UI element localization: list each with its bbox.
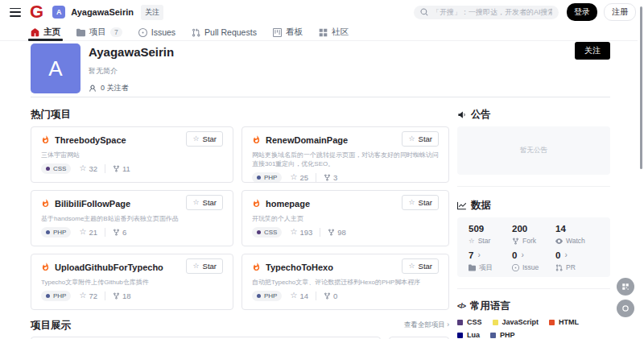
star-icon: ☆ (79, 291, 86, 300)
qr-icon (621, 283, 630, 291)
fork-icon (328, 229, 335, 236)
fork-count[interactable]: 3 (316, 173, 337, 182)
star-count[interactable]: ☆21 (79, 228, 97, 237)
project-name[interactable]: homepage (266, 197, 397, 209)
star-button[interactable]: ☆Star (402, 258, 439, 274)
language-dot (46, 294, 50, 298)
user-avatar-small[interactable]: A (52, 6, 65, 19)
language-dot (46, 167, 50, 171)
profile-bio: 暂无简介 (89, 66, 610, 76)
gitee-logo[interactable]: G (30, 2, 43, 23)
project-card: RenewDomainPage ☆Star 网站更换域名后的一个跳转提示页面，对… (242, 126, 449, 183)
project-name[interactable]: TypechoToHexo (266, 261, 397, 273)
topbar-username[interactable]: AyagawaSeirin (71, 7, 134, 17)
language-swatch (457, 333, 463, 338)
search-box[interactable] (414, 6, 559, 19)
scrollbar[interactable] (638, 0, 644, 339)
star-icon: ☆ (469, 237, 475, 245)
projects-count-badge: 7 (110, 27, 122, 37)
star-button[interactable]: ☆Star (186, 258, 223, 274)
star-icon: ☆ (408, 263, 415, 270)
project-name[interactable]: ThreebodySpace (55, 134, 181, 146)
star-icon: ☆ (192, 199, 199, 206)
follow-button[interactable]: 关注 (575, 42, 610, 60)
stat-issues[interactable]: 0› Issue (512, 250, 555, 271)
stat-star: 509 ☆Star (469, 223, 512, 245)
star-icon: ☆ (408, 135, 415, 143)
sidebar-divider (457, 186, 610, 187)
project-name[interactable]: BilibiliFollowPage (55, 197, 181, 209)
chevron-right-icon: › (521, 250, 523, 261)
scrollbar-thumb[interactable] (640, 6, 642, 169)
flame-icon (41, 135, 50, 144)
star-icon: ☆ (79, 228, 86, 236)
tab-community[interactable]: 社区 (319, 24, 349, 40)
project-card: TypechoToHexo ☆Star 自动把Typecho文章、评论数据迁移到… (242, 254, 449, 310)
profile-avatar: A (31, 43, 80, 93)
language-swatch (549, 320, 555, 325)
issue-icon (138, 28, 147, 37)
project-description: 自动把Typecho文章、评论数据迁移到Hexo的PHP脚本程序 (252, 278, 439, 287)
language-item: CSS (457, 318, 482, 327)
menu-icon[interactable] (10, 8, 21, 17)
feedback-fab[interactable] (617, 278, 634, 296)
star-icon: ☆ (290, 228, 297, 236)
project-name[interactable]: RenewDomainPage (266, 134, 397, 146)
fork-count[interactable]: 18 (105, 291, 131, 300)
star-icon: ☆ (192, 135, 199, 143)
flame-icon (252, 199, 261, 208)
followers-row[interactable]: 0 关注者 (89, 83, 610, 93)
chevron-right-icon: › (477, 250, 480, 261)
star-icon: ☆ (290, 173, 297, 181)
folder-icon (469, 264, 476, 271)
fork-count[interactable]: 98 (320, 228, 346, 237)
eye-icon (555, 238, 563, 245)
view-all-projects-link[interactable]: 查看全部项目 › (404, 320, 449, 330)
chevron-right-icon: › (564, 250, 567, 261)
pull-request-icon (192, 28, 200, 37)
login-button[interactable]: 登录 (567, 3, 597, 21)
flame-icon (252, 135, 261, 144)
register-button[interactable]: 注册 (604, 3, 636, 21)
star-count[interactable]: ☆193 (290, 228, 312, 237)
star-button[interactable]: ☆Star (402, 195, 439, 210)
follow-chip[interactable]: 关注 (141, 5, 163, 20)
flame-icon (41, 199, 50, 208)
stat-prs[interactable]: 0› PR (555, 250, 599, 271)
fork-count[interactable]: 6 (105, 228, 126, 237)
search-icon (420, 8, 428, 16)
language-dot (46, 230, 50, 234)
support-fab[interactable] (617, 300, 634, 317)
main-column: 热门项目 ThreebodySpace ☆Star 三体宇宙网站 CSS ☆32… (31, 97, 449, 339)
code-icon: </> (457, 300, 465, 312)
language-pill: PHP (41, 227, 71, 238)
tab-pull-requests[interactable]: Pull Requests (192, 24, 257, 40)
fork-count[interactable]: 0 (316, 291, 337, 300)
stat-projects[interactable]: 7› 项目 (469, 250, 512, 271)
fork-count[interactable]: 11 (105, 164, 130, 173)
home-icon (31, 28, 39, 37)
star-count[interactable]: ☆32 (79, 164, 97, 173)
community-icon (319, 28, 328, 37)
flame-icon (252, 263, 261, 271)
language-pill: CSS (252, 227, 282, 238)
project-card: homepage ☆Star 开玩笑的个人主页 CSS ☆193 98 (242, 190, 449, 246)
tab-home[interactable]: 主页 (31, 24, 60, 40)
star-button[interactable]: ☆Star (402, 131, 439, 147)
search-input[interactable] (432, 8, 552, 16)
star-icon: ☆ (290, 291, 297, 300)
announcement-empty: 暂无公告 (457, 126, 610, 175)
star-icon: ☆ (408, 199, 415, 206)
star-button[interactable]: ☆Star (186, 195, 223, 210)
star-count[interactable]: ☆25 (290, 173, 308, 182)
hot-projects-title: 热门项目 (31, 109, 449, 120)
tab-issues[interactable]: Issues (138, 24, 175, 40)
star-count[interactable]: ☆72 (79, 291, 97, 300)
tab-projects[interactable]: 项目 7 (76, 24, 122, 40)
star-count[interactable]: ☆14 (290, 291, 308, 300)
project-name[interactable]: UploadGithubForTypecho (55, 261, 181, 273)
fork-icon (113, 292, 120, 300)
star-button[interactable]: ☆Star (186, 131, 223, 147)
fork-icon (113, 165, 120, 172)
tab-board[interactable]: 看板 (273, 24, 303, 40)
